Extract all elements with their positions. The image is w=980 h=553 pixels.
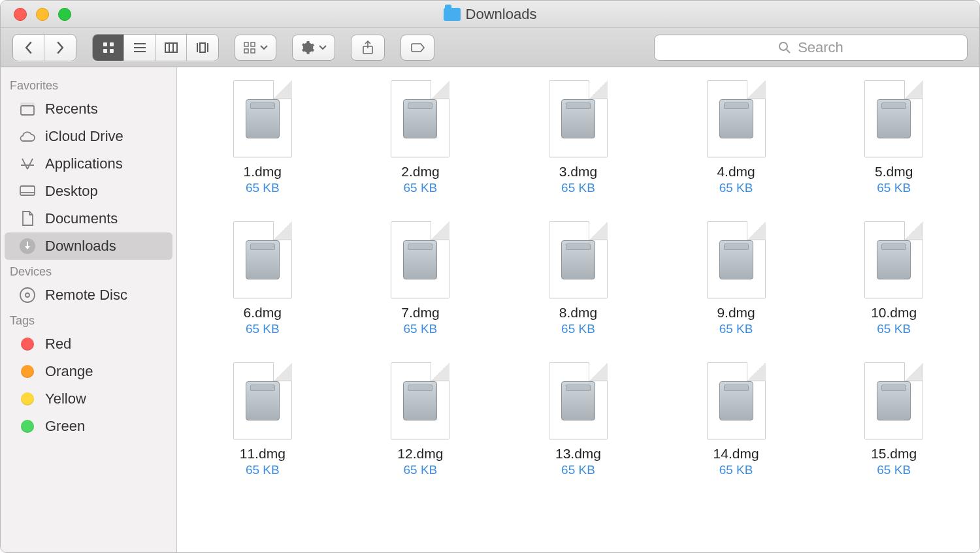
svg-point-18	[779, 42, 787, 50]
sidebar-item-applications[interactable]: Applications	[5, 150, 172, 178]
dmg-file-icon	[391, 362, 449, 439]
sidebar-item-documents[interactable]: Documents	[5, 205, 172, 232]
file-item[interactable]: 13.dmg65 KB	[526, 362, 630, 477]
file-size: 65 KB	[841, 463, 946, 477]
tags-button[interactable]	[400, 35, 434, 61]
file-size: 65 KB	[368, 322, 472, 336]
sidebar: FavoritesRecentsiCloud DriveApplications…	[1, 67, 177, 552]
window-minimize-button[interactable]	[36, 8, 49, 21]
file-item[interactable]: 5.dmg65 KB	[841, 80, 946, 195]
file-name: 8.dmg	[526, 305, 630, 321]
svg-point-25	[20, 288, 35, 302]
sidebar-item-label: Remote Disc	[45, 287, 127, 304]
svg-rect-20	[21, 106, 34, 115]
sidebar-item-icloud[interactable]: iCloud Drive	[5, 123, 172, 150]
dmg-file-icon	[549, 362, 608, 439]
window-title: Downloads	[466, 6, 537, 23]
file-size: 65 KB	[526, 322, 630, 336]
file-item[interactable]: 15.dmg65 KB	[841, 362, 946, 477]
file-size: 65 KB	[210, 322, 315, 336]
file-name: 10.dmg	[841, 305, 946, 321]
doc-icon	[18, 210, 37, 227]
file-item[interactable]: 2.dmg65 KB	[368, 80, 472, 195]
view-list-button[interactable]	[124, 35, 155, 61]
apps-icon	[18, 156, 37, 172]
file-item[interactable]: 12.dmg65 KB	[368, 362, 472, 477]
file-name: 15.dmg	[841, 446, 946, 462]
svg-rect-7	[165, 43, 177, 52]
gear-icon	[301, 40, 315, 55]
file-name: 4.dmg	[684, 164, 789, 180]
view-gallery-button[interactable]	[187, 35, 218, 61]
chevron-down-icon	[260, 44, 268, 51]
view-columns-button[interactable]	[155, 35, 187, 61]
sidebar-item-red[interactable]: Red	[5, 330, 172, 358]
dmg-file-icon	[233, 362, 292, 439]
desktop-icon	[18, 185, 37, 198]
file-browser-area[interactable]: 1.dmg65 KB2.dmg65 KB3.dmg65 KB4.dmg65 KB…	[177, 67, 979, 552]
window-close-button[interactable]	[14, 8, 27, 21]
svg-rect-3	[110, 49, 114, 53]
file-name: 7.dmg	[368, 305, 472, 321]
sidebar-item-label: Desktop	[45, 183, 98, 200]
dmg-file-icon	[707, 80, 766, 157]
action-dropdown[interactable]	[292, 35, 335, 61]
file-name: 1.dmg	[210, 164, 315, 180]
download-icon	[18, 238, 37, 255]
nav-back-button[interactable]	[13, 35, 44, 61]
file-item[interactable]: 4.dmg65 KB	[684, 80, 789, 195]
svg-rect-22	[20, 186, 35, 195]
file-name: 5.dmg	[841, 164, 946, 180]
tag-dot-icon	[18, 338, 37, 351]
svg-rect-13	[244, 42, 248, 46]
dmg-file-icon	[549, 221, 608, 298]
file-item[interactable]: 1.dmg65 KB	[210, 80, 315, 195]
sidebar-item-yellow[interactable]: Yellow	[5, 385, 172, 413]
share-icon	[361, 40, 374, 55]
sidebar-item-downloads[interactable]: Downloads	[5, 232, 172, 260]
window-zoom-button[interactable]	[58, 8, 71, 21]
titlebar: Downloads	[1, 1, 979, 28]
sidebar-item-desktop[interactable]: Desktop	[5, 178, 172, 205]
file-name: 9.dmg	[684, 305, 789, 321]
nav-forward-button[interactable]	[44, 35, 76, 61]
file-item[interactable]: 8.dmg65 KB	[526, 221, 630, 336]
toolbar: Search	[1, 28, 979, 67]
clock-icon	[18, 102, 37, 116]
file-item[interactable]: 3.dmg65 KB	[526, 80, 630, 195]
file-size: 65 KB	[684, 322, 789, 336]
file-item[interactable]: 11.dmg65 KB	[210, 362, 315, 477]
dmg-file-icon	[233, 221, 292, 298]
file-size: 65 KB	[210, 181, 315, 195]
file-item[interactable]: 7.dmg65 KB	[368, 221, 472, 336]
sidebar-item-label: Orange	[45, 363, 93, 380]
tag-dot-icon	[18, 420, 37, 433]
svg-rect-2	[103, 49, 107, 53]
view-icons-button[interactable]	[93, 35, 124, 61]
chevron-down-icon	[319, 44, 327, 51]
file-item[interactable]: 14.dmg65 KB	[684, 362, 789, 477]
search-field[interactable]: Search	[654, 35, 968, 61]
sidebar-item-recents[interactable]: Recents	[5, 95, 172, 123]
svg-rect-11	[200, 43, 205, 52]
dmg-file-icon	[391, 221, 449, 298]
sidebar-item-label: Applications	[45, 155, 123, 172]
file-item[interactable]: 6.dmg65 KB	[210, 221, 315, 336]
share-button[interactable]	[351, 35, 385, 61]
sidebar-item-remote-disc[interactable]: Remote Disc	[5, 281, 172, 309]
tag-dot-icon	[18, 365, 37, 378]
sidebar-section-header: Devices	[1, 260, 176, 281]
sidebar-item-green[interactable]: Green	[5, 413, 172, 440]
arrange-dropdown[interactable]	[235, 35, 276, 61]
file-name: 13.dmg	[526, 446, 630, 462]
search-icon	[778, 41, 791, 54]
svg-rect-0	[103, 42, 107, 46]
file-size: 65 KB	[526, 463, 630, 477]
sidebar-item-orange[interactable]: Orange	[5, 358, 172, 385]
search-placeholder: Search	[798, 39, 843, 56]
file-item[interactable]: 10.dmg65 KB	[841, 221, 946, 336]
dmg-file-icon	[391, 80, 449, 157]
file-size: 65 KB	[210, 463, 315, 477]
dmg-file-icon	[707, 221, 766, 298]
file-item[interactable]: 9.dmg65 KB	[684, 221, 789, 336]
